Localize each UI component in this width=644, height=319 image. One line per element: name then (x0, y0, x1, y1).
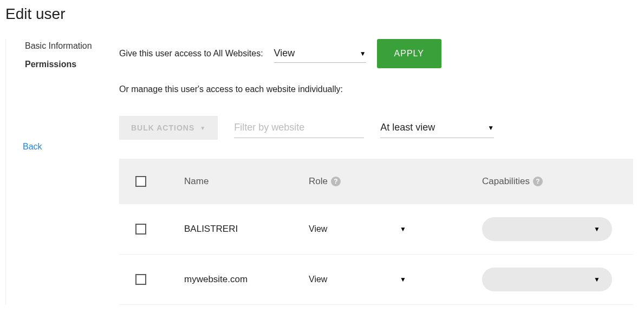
role-select-value: View (309, 275, 327, 284)
sidebar: Basic Information Permissions Back (5, 39, 119, 305)
caret-down-icon: ▼ (594, 276, 600, 283)
page-title: Edit user (5, 5, 639, 23)
column-header-capabilities: Capabilities ? (482, 176, 617, 187)
manage-subtext: Or manage this user's access to each web… (119, 84, 633, 94)
caret-down-icon: ▼ (400, 276, 406, 283)
filter-website-input[interactable] (234, 118, 364, 138)
bulk-actions-button[interactable]: BULK ACTIONS ▼ (119, 116, 218, 140)
help-icon[interactable]: ? (533, 177, 543, 186)
site-name: mywebsite.com (184, 274, 309, 285)
bulk-actions-label: BULK ACTIONS (131, 123, 194, 132)
permissions-table: Name Role ? Capabilities ? BALISTRER (119, 159, 633, 305)
site-name: BALISTRERI (184, 224, 309, 235)
column-header-name: Name (184, 176, 309, 187)
caret-down-icon: ▼ (400, 225, 406, 233)
select-all-checkbox[interactable] (135, 176, 146, 187)
table-row: mywebsite.com View ▼ ▼ (119, 255, 633, 305)
capabilities-select[interactable]: ▼ (482, 217, 612, 241)
column-header-role-label: Role (309, 176, 328, 187)
capabilities-select[interactable]: ▼ (482, 268, 612, 291)
nav-item-permissions[interactable]: Permissions (14, 57, 119, 76)
help-icon[interactable]: ? (331, 177, 341, 186)
column-header-capabilities-label: Capabilities (482, 176, 530, 187)
role-select[interactable]: View ▼ (309, 275, 406, 284)
caret-down-icon: ▼ (487, 124, 494, 132)
row-checkbox[interactable] (135, 274, 146, 285)
access-select-value: View (274, 48, 295, 59)
caret-down-icon: ▼ (360, 50, 366, 57)
column-header-role: Role ? (309, 176, 482, 187)
access-label: Give this user access to All Websites: (119, 49, 263, 58)
role-filter-select[interactable]: At least view ▼ (380, 118, 494, 138)
table-row: BALISTRERI View ▼ ▼ (119, 204, 633, 255)
row-checkbox[interactable] (135, 224, 146, 235)
back-link[interactable]: Back (14, 138, 119, 156)
role-select[interactable]: View ▼ (309, 224, 406, 234)
caret-down-icon: ▼ (594, 225, 600, 233)
role-filter-value: At least view (380, 122, 435, 133)
role-select-value: View (309, 224, 327, 234)
access-select[interactable]: View ▼ (274, 44, 366, 63)
table-header: Name Role ? Capabilities ? (119, 159, 633, 204)
apply-button[interactable]: APPLY (377, 39, 441, 68)
main-content: Give this user access to All Websites: V… (119, 39, 639, 305)
nav-item-basic-information[interactable]: Basic Information (14, 39, 119, 57)
caret-down-icon: ▼ (200, 125, 206, 131)
